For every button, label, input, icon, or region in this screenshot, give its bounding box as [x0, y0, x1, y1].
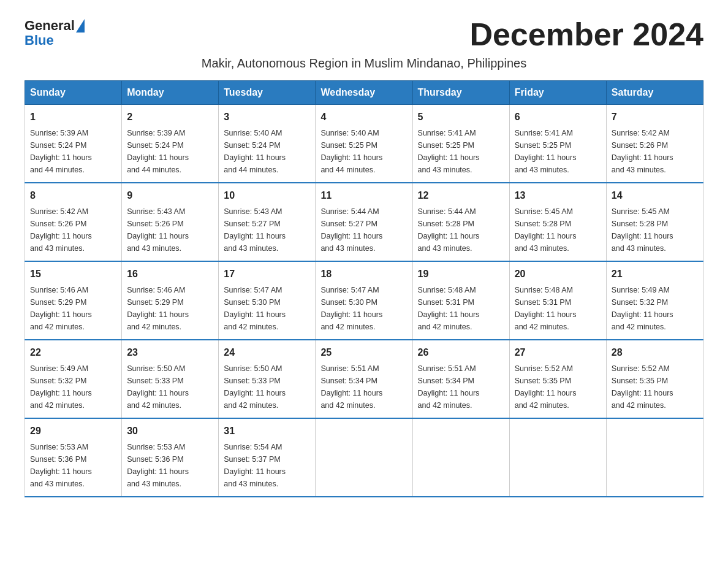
calendar-cell: 24Sunrise: 5:50 AMSunset: 5:33 PMDayligh… — [219, 340, 316, 418]
day-info: Sunrise: 5:43 AMSunset: 5:27 PMDaylight:… — [224, 205, 310, 255]
day-info: Sunrise: 5:52 AMSunset: 5:35 PMDaylight:… — [612, 362, 698, 412]
day-info: Sunrise: 5:43 AMSunset: 5:26 PMDaylight:… — [127, 205, 213, 255]
day-number: 7 — [612, 110, 698, 124]
day-info: Sunrise: 5:46 AMSunset: 5:29 PMDaylight:… — [30, 284, 116, 333]
calendar-cell: 31Sunrise: 5:54 AMSunset: 5:37 PMDayligh… — [219, 418, 316, 497]
calendar-cell: 20Sunrise: 5:48 AMSunset: 5:31 PMDayligh… — [509, 261, 606, 340]
header-day-tuesday: Tuesday — [219, 81, 316, 105]
calendar-cell — [509, 418, 606, 497]
day-info: Sunrise: 5:40 AMSunset: 5:25 PMDaylight:… — [320, 127, 407, 176]
day-number: 8 — [30, 188, 116, 203]
calendar-header-row: SundayMondayTuesdayWednesdayThursdayFrid… — [25, 81, 703, 105]
calendar-cell: 9Sunrise: 5:43 AMSunset: 5:26 PMDaylight… — [122, 183, 219, 261]
day-number: 31 — [224, 424, 310, 439]
day-number: 15 — [30, 267, 116, 282]
header-day-friday: Friday — [509, 81, 606, 105]
day-info: Sunrise: 5:52 AMSunset: 5:35 PMDaylight:… — [515, 362, 601, 412]
day-number: 12 — [418, 188, 504, 203]
day-info: Sunrise: 5:47 AMSunset: 5:30 PMDaylight:… — [320, 284, 407, 333]
day-info: Sunrise: 5:54 AMSunset: 5:37 PMDaylight:… — [224, 441, 310, 490]
day-info: Sunrise: 5:46 AMSunset: 5:29 PMDaylight:… — [127, 284, 213, 333]
calendar-cell: 7Sunrise: 5:42 AMSunset: 5:26 PMDaylight… — [606, 105, 703, 183]
calendar-cell: 27Sunrise: 5:52 AMSunset: 5:35 PMDayligh… — [509, 340, 606, 418]
header-day-thursday: Thursday — [412, 81, 509, 105]
day-info: Sunrise: 5:50 AMSunset: 5:33 PMDaylight:… — [224, 362, 310, 412]
day-number: 25 — [320, 345, 407, 360]
header-day-wednesday: Wednesday — [316, 81, 412, 105]
logo: General Blue — [25, 18, 85, 48]
day-number: 2 — [127, 110, 213, 124]
logo-text-blue: Blue — [25, 33, 54, 48]
calendar-cell: 19Sunrise: 5:48 AMSunset: 5:31 PMDayligh… — [412, 261, 509, 340]
header-day-sunday: Sunday — [25, 81, 122, 105]
day-number: 24 — [224, 345, 310, 360]
day-info: Sunrise: 5:41 AMSunset: 5:25 PMDaylight:… — [515, 127, 601, 176]
day-number: 18 — [320, 267, 407, 282]
calendar-cell: 28Sunrise: 5:52 AMSunset: 5:35 PMDayligh… — [606, 340, 703, 418]
day-info: Sunrise: 5:44 AMSunset: 5:28 PMDaylight:… — [418, 205, 504, 255]
day-info: Sunrise: 5:51 AMSunset: 5:34 PMDaylight:… — [418, 362, 504, 412]
day-number: 21 — [612, 267, 698, 282]
calendar-cell: 2Sunrise: 5:39 AMSunset: 5:24 PMDaylight… — [122, 105, 219, 183]
calendar-week-row: 8Sunrise: 5:42 AMSunset: 5:26 PMDaylight… — [25, 183, 703, 261]
day-number: 14 — [612, 188, 698, 203]
day-info: Sunrise: 5:45 AMSunset: 5:28 PMDaylight:… — [515, 205, 601, 255]
header-day-saturday: Saturday — [606, 81, 703, 105]
day-number: 28 — [612, 345, 698, 360]
day-number: 30 — [127, 424, 213, 439]
day-info: Sunrise: 5:42 AMSunset: 5:26 PMDaylight:… — [612, 127, 698, 176]
day-info: Sunrise: 5:39 AMSunset: 5:24 PMDaylight:… — [30, 127, 116, 176]
calendar-week-row: 15Sunrise: 5:46 AMSunset: 5:29 PMDayligh… — [25, 261, 703, 340]
day-info: Sunrise: 5:48 AMSunset: 5:31 PMDaylight:… — [515, 284, 601, 333]
day-info: Sunrise: 5:47 AMSunset: 5:30 PMDaylight:… — [224, 284, 310, 333]
calendar-cell — [412, 418, 509, 497]
day-number: 29 — [30, 424, 116, 439]
calendar-cell: 23Sunrise: 5:50 AMSunset: 5:33 PMDayligh… — [122, 340, 219, 418]
calendar-cell: 30Sunrise: 5:53 AMSunset: 5:36 PMDayligh… — [122, 418, 219, 497]
calendar-cell: 10Sunrise: 5:43 AMSunset: 5:27 PMDayligh… — [219, 183, 316, 261]
day-number: 5 — [418, 110, 504, 124]
calendar-cell — [606, 418, 703, 497]
day-number: 22 — [30, 345, 116, 360]
calendar-cell: 29Sunrise: 5:53 AMSunset: 5:36 PMDayligh… — [25, 418, 122, 497]
calendar-cell: 22Sunrise: 5:49 AMSunset: 5:32 PMDayligh… — [25, 340, 122, 418]
day-info: Sunrise: 5:51 AMSunset: 5:34 PMDaylight:… — [320, 362, 407, 412]
day-info: Sunrise: 5:41 AMSunset: 5:25 PMDaylight:… — [418, 127, 504, 176]
day-info: Sunrise: 5:39 AMSunset: 5:24 PMDaylight:… — [127, 127, 213, 176]
day-info: Sunrise: 5:53 AMSunset: 5:36 PMDaylight:… — [30, 441, 116, 490]
calendar-cell: 14Sunrise: 5:45 AMSunset: 5:28 PMDayligh… — [606, 183, 703, 261]
calendar-cell: 6Sunrise: 5:41 AMSunset: 5:25 PMDaylight… — [509, 105, 606, 183]
logo-triangle-icon — [76, 19, 85, 33]
day-number: 13 — [515, 188, 601, 203]
calendar-cell: 12Sunrise: 5:44 AMSunset: 5:28 PMDayligh… — [412, 183, 509, 261]
calendar-week-row: 1Sunrise: 5:39 AMSunset: 5:24 PMDaylight… — [25, 105, 703, 183]
day-number: 4 — [320, 110, 407, 124]
calendar-cell: 8Sunrise: 5:42 AMSunset: 5:26 PMDaylight… — [25, 183, 122, 261]
day-info: Sunrise: 5:49 AMSunset: 5:32 PMDaylight:… — [612, 284, 698, 333]
day-info: Sunrise: 5:53 AMSunset: 5:36 PMDaylight:… — [127, 441, 213, 490]
calendar-cell: 15Sunrise: 5:46 AMSunset: 5:29 PMDayligh… — [25, 261, 122, 340]
day-number: 27 — [515, 345, 601, 360]
day-number: 23 — [127, 345, 213, 360]
calendar-subtitle: Makir, Autonomous Region in Muslim Minda… — [25, 56, 703, 71]
day-number: 11 — [320, 188, 407, 203]
day-info: Sunrise: 5:49 AMSunset: 5:32 PMDaylight:… — [30, 362, 116, 412]
day-info: Sunrise: 5:48 AMSunset: 5:31 PMDaylight:… — [418, 284, 504, 333]
day-number: 10 — [224, 188, 310, 203]
calendar-cell: 13Sunrise: 5:45 AMSunset: 5:28 PMDayligh… — [509, 183, 606, 261]
calendar-cell: 25Sunrise: 5:51 AMSunset: 5:34 PMDayligh… — [316, 340, 412, 418]
day-info: Sunrise: 5:42 AMSunset: 5:26 PMDaylight:… — [30, 205, 116, 255]
day-info: Sunrise: 5:50 AMSunset: 5:33 PMDaylight:… — [127, 362, 213, 412]
calendar-cell: 16Sunrise: 5:46 AMSunset: 5:29 PMDayligh… — [122, 261, 219, 340]
day-info: Sunrise: 5:40 AMSunset: 5:24 PMDaylight:… — [224, 127, 310, 176]
calendar-cell: 17Sunrise: 5:47 AMSunset: 5:30 PMDayligh… — [219, 261, 316, 340]
calendar-week-row: 22Sunrise: 5:49 AMSunset: 5:32 PMDayligh… — [25, 340, 703, 418]
day-number: 1 — [30, 110, 116, 124]
day-number: 26 — [418, 345, 504, 360]
day-number: 17 — [224, 267, 310, 282]
day-number: 19 — [418, 267, 504, 282]
calendar-cell: 11Sunrise: 5:44 AMSunset: 5:27 PMDayligh… — [316, 183, 412, 261]
day-number: 16 — [127, 267, 213, 282]
calendar-cell: 1Sunrise: 5:39 AMSunset: 5:24 PMDaylight… — [25, 105, 122, 183]
day-number: 20 — [515, 267, 601, 282]
